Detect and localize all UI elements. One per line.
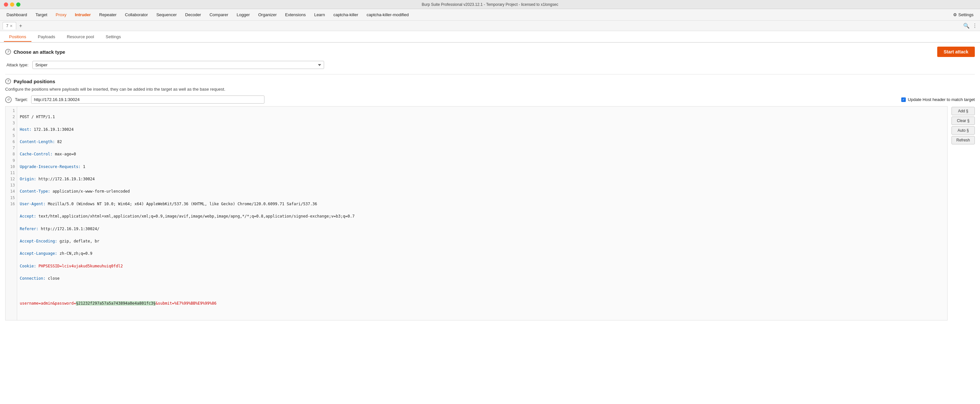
tab-payloads[interactable]: Payloads [33,32,60,41]
menu-logger[interactable]: Logger [233,11,253,19]
request-line-16: username=admin&password=§21232f297a57a5a… [20,300,945,307]
tab-resource-pool[interactable]: Resource pool [62,32,99,41]
menu-learn[interactable]: Learn [310,11,329,19]
request-line-3: Content-Length: 82 [20,139,945,145]
menu-sequencer[interactable]: Sequencer [152,11,180,19]
tab-bar: 7 ✕ + 🔍 ⋮ [0,21,980,31]
request-line-2: Host: 172.16.19.1:30024 [20,127,945,133]
menu-collaborator[interactable]: Collaborator [121,11,152,19]
menu-repeater[interactable]: Repeater [95,11,120,19]
request-line-1: POST / HTTP/1.1 [20,114,945,120]
menu-bar: Dashboard Target Proxy Intruder Repeater… [0,9,980,21]
menu-intruder[interactable]: Intruder [71,11,95,19]
maximize-button[interactable] [16,2,21,6]
menu-dashboard[interactable]: Dashboard [3,11,31,19]
request-line-10: Referer: http://172.16.19.1:30024/ [20,226,945,232]
menu-extensions[interactable]: Extensions [281,11,310,19]
minimize-button[interactable] [10,2,14,6]
request-line-12: Accept-Language: zh-CN,zh;q=0.9 [20,250,945,257]
tab-7[interactable]: 7 ✕ [3,22,16,30]
attack-type-title: Choose an attack type [14,49,65,55]
update-host-row: ✓ Update Host header to match target [901,97,975,102]
menu-target[interactable]: Target [32,11,51,19]
tab-positions[interactable]: Positions [4,32,32,42]
search-icon[interactable]: 🔍 [963,23,970,29]
attack-type-info-icon[interactable]: ? [5,49,11,55]
refresh-button[interactable]: Refresh [951,136,975,144]
request-line-11: Accept-Encoding: gzip, deflate, br [20,238,945,244]
clear-section-button[interactable]: Clear § [951,117,975,125]
main-content: ? Choose an attack type Start attack Att… [0,43,980,404]
request-line-13: Cookie: PHPSESSID=lciv4ujakud5kumeuhuiq0… [20,263,945,269]
menu-decoder[interactable]: Decoder [181,11,205,19]
target-row: ↺ Target: ✓ Update Host header to match … [5,95,975,104]
payload-positions-title: Payload positions [14,79,55,84]
attack-type-label: Attack type: [6,62,29,67]
request-line-8: User-Agent: Mozilla/5.0 (Windows NT 10.0… [20,201,945,207]
window-title: Burp Suite Professional v2023.12.1 - Tem… [26,2,954,7]
menu-settings[interactable]: ⚙ Settings [949,11,977,19]
tab-add-button[interactable]: + [17,22,25,30]
request-line-9: Accept: text/html,application/xhtml+xml,… [20,213,945,219]
menu-captcha-killer-modified[interactable]: captcha-killer-modified [363,11,412,19]
tab-settings[interactable]: Settings [100,32,126,41]
side-buttons: Add § Clear § Auto § Refresh [948,106,975,320]
line-numbers: 12345 678910 1112131415 16 [5,106,17,320]
menu-proxy[interactable]: Proxy [52,11,70,19]
request-area: 12345 678910 1112131415 16 POST / HTTP/1… [5,106,975,320]
target-cycle-icon[interactable]: ↺ [5,97,12,103]
target-input[interactable] [31,95,264,104]
request-line-6: Origin: http://172.16.19.1:30024 [20,176,945,182]
request-text[interactable]: POST / HTTP/1.1 Host: 172.16.19.1:30024 … [17,106,948,320]
update-host-checkbox[interactable]: ✓ [901,97,906,102]
menu-captcha-killer[interactable]: captcha-killer [329,11,362,19]
request-line-14: Connection: close [20,276,945,282]
title-bar: Burp Suite Professional v2023.12.1 - Tem… [0,0,980,9]
request-line-5: Upgrade-Insecure-Requests: 1 [20,164,945,170]
tab-close-icon[interactable]: ✕ [10,24,13,28]
request-line-4: Cache-Control: max-age=0 [20,151,945,157]
payload-description: Configure the positions where payloads w… [5,87,975,92]
attack-type-section-header: ? Choose an attack type Start attack [5,47,975,57]
traffic-lights [4,2,21,6]
tab-label: 7 [6,24,8,28]
sub-tab-bar: Positions Payloads Resource pool Setting… [0,31,980,43]
request-line-7: Content-Type: application/x-www-form-url… [20,189,945,195]
target-label: Target: [15,97,28,102]
menu-organizer[interactable]: Organizer [255,11,281,19]
payload-positions-header: ? Payload positions [5,78,975,84]
attack-type-row: Attack type: Sniper Battering ram Pitchf… [5,61,975,69]
section-divider [5,74,975,74]
start-attack-button[interactable]: Start attack [937,47,975,57]
update-host-label: Update Host header to match target [908,97,975,102]
more-icon[interactable]: ⋮ [972,23,977,29]
auto-section-button[interactable]: Auto § [951,126,975,135]
close-button[interactable] [4,2,8,6]
attack-type-select[interactable]: Sniper Battering ram Pitchfork Cluster b… [32,61,324,69]
menu-comparer[interactable]: Comparer [205,11,232,19]
request-line-15 [20,288,945,294]
payload-positions-info-icon[interactable]: ? [5,78,11,84]
add-section-button[interactable]: Add § [951,107,975,115]
